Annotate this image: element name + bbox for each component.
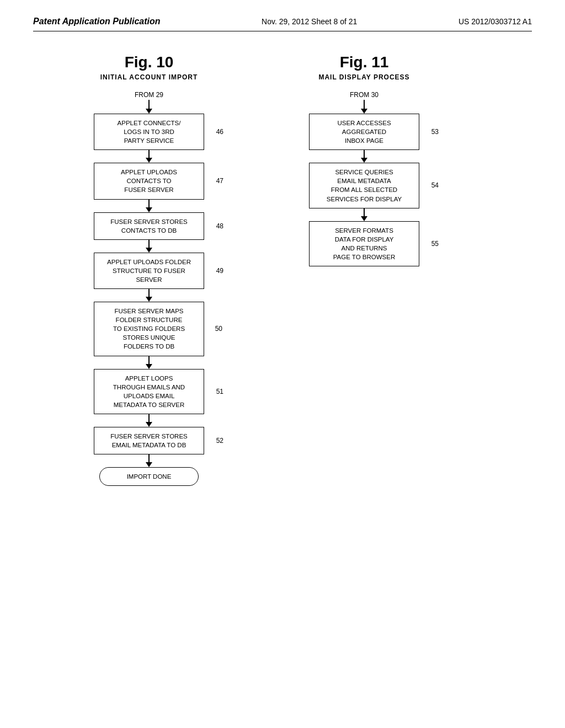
step-47-label: 47 xyxy=(216,176,223,186)
fig10-subtitle: INITIAL ACCOUNT IMPORT xyxy=(100,73,198,81)
step-55-row: SERVER FORMATSDATA FOR DISPLAYAND RETURN… xyxy=(276,221,452,266)
step-54-label: 54 xyxy=(431,181,439,190)
arrowhead xyxy=(361,109,367,114)
step-end-row: IMPORT DONE xyxy=(55,467,243,486)
line-v xyxy=(364,208,365,216)
step-54-box: SERVICE QUERIESEMAIL METADATAFROM ALL SE… xyxy=(309,163,419,208)
step-49-text: APPLET UPLOADS FOLDERSTRUCTURE TO FUSERS… xyxy=(107,259,191,283)
connector-5 xyxy=(146,289,152,302)
arrowhead xyxy=(361,158,367,163)
step-48-label: 48 xyxy=(216,221,223,231)
connector-8 xyxy=(146,454,152,467)
patent-publication-label: Patent Application Publication xyxy=(33,17,161,26)
step-46-box: APPLET CONNECTS/LOGS IN TO 3RDPARTY SERV… xyxy=(94,114,204,150)
step-48-row: FUSER SERVER STORESCONTACTS TO DB 48 xyxy=(55,212,243,240)
step-46-row: APPLET CONNECTS/LOGS IN TO 3RDPARTY SERV… xyxy=(55,114,243,150)
line-v xyxy=(148,150,150,158)
step-48-box: FUSER SERVER STORESCONTACTS TO DB 48 xyxy=(94,212,204,240)
line-v xyxy=(148,289,150,297)
step-53-box: USER ACCESSESAGGREGATEDINBOX PAGE 53 xyxy=(309,114,419,150)
step-55-label: 55 xyxy=(431,239,439,248)
fig10-flowchart: FROM 29 APPLET CONNECTS/LOGS IN TO 3RDPA… xyxy=(55,91,243,486)
arrow-connector-f11-1 xyxy=(361,100,367,114)
connector-6 xyxy=(146,356,152,369)
arrow-connector-1 xyxy=(146,100,152,114)
step-52-box: FUSER SERVER STORESEMAIL METADATA TO DB … xyxy=(94,427,204,454)
fig10-title: Fig. 10 xyxy=(125,53,174,71)
step-50-box: FUSER SERVER MAPSFOLDER STRUCTURETO EXIS… xyxy=(94,302,204,356)
step-46-label: 46 xyxy=(216,127,223,137)
step-49-row: APPLET UPLOADS FOLDERSTRUCTURE TO FUSERS… xyxy=(55,253,243,289)
step-49-box: APPLET UPLOADS FOLDERSTRUCTURE TO FUSERS… xyxy=(94,253,204,289)
step-51-text: APPLET LOOPSTHROUGH EMAILS ANDUPLOADS EM… xyxy=(113,375,185,408)
patent-number-label: US 2012/0303712 A1 xyxy=(459,17,532,26)
step-end-box: IMPORT DONE xyxy=(99,467,199,486)
fig11-from-label: FROM 30 xyxy=(350,91,379,99)
step-52-text: FUSER SERVER STORESEMAIL METADATA TO DB xyxy=(110,433,188,448)
step-55-box: SERVER FORMATSDATA FOR DISPLAYAND RETURN… xyxy=(309,221,419,266)
step-54-text: SERVICE QUERIESEMAIL METADATAFROM ALL SE… xyxy=(327,169,402,202)
step-51-label: 51 xyxy=(216,387,223,396)
step-53-row: USER ACCESSESAGGREGATEDINBOX PAGE 53 xyxy=(276,114,452,150)
line-v xyxy=(148,454,150,462)
step-51-row: APPLET LOOPSTHROUGH EMAILS ANDUPLOADS EM… xyxy=(55,369,243,414)
header: Patent Application Publication Nov. 29, … xyxy=(33,17,532,31)
figure-11-column: Fig. 11 MAIL DISPLAY PROCESS FROM 30 USE… xyxy=(243,53,452,266)
connector-f11-3 xyxy=(361,208,367,221)
arrowhead xyxy=(146,248,152,253)
arrowhead xyxy=(146,297,152,302)
step-47-row: APPLET UPLOADSCONTACTS TOFUSER SERVER 47 xyxy=(55,163,243,199)
step-47-box: APPLET UPLOADSCONTACTS TOFUSER SERVER 47 xyxy=(94,163,204,199)
page: Patent Application Publication Nov. 29, … xyxy=(0,0,565,728)
fig10-from-label: FROM 29 xyxy=(135,91,163,99)
arrowhead xyxy=(146,462,152,467)
step-52-label: 52 xyxy=(216,436,223,446)
connector-f11-2 xyxy=(361,150,367,163)
connector-3 xyxy=(146,200,152,212)
step-47-text: APPLET UPLOADSCONTACTS TOFUSER SERVER xyxy=(121,169,177,193)
date-sheet-label: Nov. 29, 2012 Sheet 8 of 21 xyxy=(262,17,357,26)
connector-7 xyxy=(146,414,152,427)
arrowhead xyxy=(146,364,152,369)
step-46-text: APPLET CONNECTS/LOGS IN TO 3RDPARTY SERV… xyxy=(118,120,181,144)
step-51-box: APPLET LOOPSTHROUGH EMAILS ANDUPLOADS EM… xyxy=(94,369,204,414)
fig11-title: Fig. 11 xyxy=(340,53,389,71)
step-48-text: FUSER SERVER STORESCONTACTS TO DB xyxy=(110,218,188,234)
line-v xyxy=(364,150,365,158)
connector-2 xyxy=(146,150,152,163)
step-52-row: FUSER SERVER STORESEMAIL METADATA TO DB … xyxy=(55,427,243,454)
step-54-row: SERVICE QUERIESEMAIL METADATAFROM ALL SE… xyxy=(276,163,452,208)
fig11-flowchart: FROM 30 USER ACCESSESAGGREGATEDINBOX PAG… xyxy=(276,91,452,266)
line-v xyxy=(148,240,150,248)
arrowhead xyxy=(146,109,152,114)
arrowhead xyxy=(146,158,152,163)
step-53-label: 53 xyxy=(431,127,439,137)
arrowhead xyxy=(361,216,367,221)
figure-10-column: Fig. 10 INITIAL ACCOUNT IMPORT FROM 29 A… xyxy=(33,53,243,486)
line-v xyxy=(148,356,150,364)
step-end-text: IMPORT DONE xyxy=(127,473,172,480)
arrowhead xyxy=(146,422,152,427)
arrowhead xyxy=(146,207,152,212)
step-50-label: 50 xyxy=(215,324,222,334)
connector-4 xyxy=(146,240,152,253)
line-v xyxy=(148,100,150,109)
line-v xyxy=(364,100,365,109)
step-55-text: SERVER FORMATSDATA FOR DISPLAYAND RETURN… xyxy=(333,227,395,260)
figures-row: Fig. 10 INITIAL ACCOUNT IMPORT FROM 29 A… xyxy=(33,53,532,486)
step-49-label: 49 xyxy=(216,266,223,275)
step-53-text: USER ACCESSESAGGREGATEDINBOX PAGE xyxy=(337,120,391,144)
fig11-subtitle: MAIL DISPLAY PROCESS xyxy=(318,73,409,81)
line-v xyxy=(148,200,150,207)
step-50-text: FUSER SERVER MAPSFOLDER STRUCTURETO EXIS… xyxy=(113,308,185,350)
step-50-row: FUSER SERVER MAPSFOLDER STRUCTURETO EXIS… xyxy=(55,302,243,356)
line-v xyxy=(148,414,150,422)
